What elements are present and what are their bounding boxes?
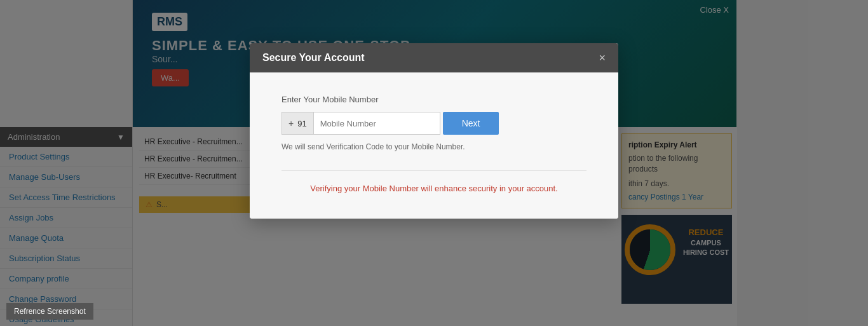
- next-button[interactable]: Next: [443, 112, 499, 135]
- secure-account-modal: Secure Your Account × Enter Your Mobile …: [250, 43, 618, 219]
- country-code: 91: [297, 119, 306, 128]
- mobile-input-label: Enter Your Mobile Number: [281, 95, 587, 104]
- modal-close-button[interactable]: ×: [599, 52, 606, 64]
- verify-hint: We will send Verification Code to your M…: [281, 142, 587, 151]
- mobile-input-row: + 91 Next: [281, 112, 587, 135]
- plus-sign: +: [288, 118, 294, 128]
- country-code-box: + 91: [281, 112, 313, 135]
- mobile-number-input[interactable]: [313, 112, 440, 135]
- modal-body: Enter Your Mobile Number + 91 Next We wi…: [250, 72, 618, 219]
- reference-label: Refrence Screenshot: [6, 303, 93, 320]
- security-message: Verifying your Mobile Number will enhanc…: [281, 170, 587, 193]
- modal-header: Secure Your Account ×: [250, 43, 618, 72]
- modal-title: Secure Your Account: [262, 52, 365, 64]
